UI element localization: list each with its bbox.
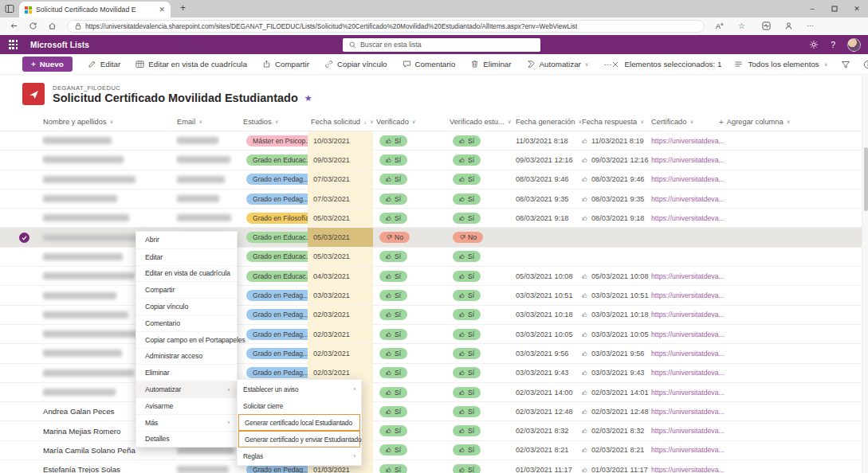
cell-certificado[interactable]: https://universitatdeva... [648, 344, 716, 362]
cell-verificado-estu[interactable]: Sí [446, 402, 513, 420]
context-menu-item[interactable]: Automatizar› [136, 381, 237, 397]
cell-fecha-respuesta[interactable]: 02/03/2021 14:01 [579, 383, 648, 401]
certificado-link[interactable]: https://universitatdeva... [651, 369, 725, 377]
cell-email[interactable] [174, 150, 240, 169]
cell-nombre[interactable] [40, 150, 174, 169]
view-selector[interactable]: Todos los elementos∨ [734, 60, 827, 68]
cell-verificado-estu[interactable]: Sí [446, 325, 513, 343]
address-bar[interactable]: https://universitatdevalencia.sharepoint… [67, 20, 705, 33]
cell-fecha-generacion[interactable] [513, 228, 579, 246]
cell-certificado[interactable]: https://universitatdeva... [648, 170, 716, 189]
column-header[interactable]: Fecha generación∨ [513, 118, 579, 126]
context-menu-item[interactable]: Más› [136, 414, 237, 431]
toolbar-button[interactable]: Editar [88, 60, 121, 68]
cell-verificado[interactable]: Sí [373, 344, 446, 362]
cell-fecha-respuesta[interactable]: 08/03/2021 9:18 [579, 209, 648, 227]
cell-certificado[interactable]: https://universitatdeva... [648, 131, 716, 150]
table-row[interactable]: Marina Mejias RomeroSíSí02/03/2021 8:320… [0, 421, 868, 440]
cell-estudios[interactable]: Grado en Pedag... [240, 190, 308, 208]
cell-certificado[interactable]: https://universitatdeva... [648, 306, 716, 324]
cell-verificado-estu[interactable]: Sí [446, 421, 513, 440]
row-select-cell[interactable] [0, 383, 40, 401]
toolbar-button[interactable]: Compartir [262, 60, 309, 68]
column-header[interactable]: Fecha respuesta∨ [579, 118, 648, 126]
cell-verificado[interactable]: Sí [373, 364, 446, 382]
toolbar-button[interactable]: Eliminar [470, 60, 511, 68]
context-menu-item[interactable]: Abrir [136, 232, 237, 248]
cell-fecha-solicitud[interactable]: 05/03/2021 [308, 228, 373, 246]
cell-verificado[interactable]: Sí [373, 267, 446, 285]
cell-certificado[interactable] [648, 228, 716, 246]
cell-nombre[interactable] [40, 131, 174, 150]
cell-verificado-estu[interactable]: Sí [446, 267, 513, 285]
column-header[interactable]: Certificado∨ [648, 118, 716, 126]
new-tab-button[interactable]: + [180, 2, 186, 14]
cell-estudios[interactable]: Grado en Pedag... [240, 306, 308, 324]
cell-fecha-solicitud[interactable]: 02/03/2021 [308, 344, 373, 362]
cell-email[interactable] [174, 131, 240, 150]
cell-verificado-estu[interactable]: Sí [446, 248, 513, 266]
cell-certificado[interactable]: https://universitatdeva... [648, 286, 716, 304]
cell-verificado[interactable]: No [373, 228, 446, 246]
cell-verificado[interactable]: Sí [373, 460, 446, 473]
cell-verificado-estu[interactable]: Sí [446, 131, 513, 150]
cell-estudios[interactable]: Grado en Pedag... [240, 325, 308, 343]
cell-fecha-generacion[interactable]: 03/03/2021 10:51 [513, 286, 579, 304]
browser-essentials-icon[interactable] [762, 22, 771, 30]
waffle-icon[interactable] [9, 40, 18, 49]
row-select-cell[interactable] [0, 248, 40, 266]
cell-nombre[interactable]: Estefanía Trejos Solas [40, 460, 174, 473]
cell-verificado-estu[interactable]: Sí [446, 306, 513, 324]
cell-fecha-respuesta[interactable]: 03/03/2021 9:56 [579, 344, 648, 362]
cell-verificado[interactable]: Sí [373, 306, 446, 324]
cell-fecha-respuesta[interactable]: 02/03/2021 8:21 [579, 441, 648, 459]
row-select-cell[interactable] [0, 209, 40, 227]
back-icon[interactable] [10, 22, 18, 30]
certificado-link[interactable]: https://universitatdeva... [651, 389, 725, 397]
context-menu-item[interactable]: Detalles [136, 431, 237, 448]
cell-certificado[interactable]: https://universitatdeva... [648, 402, 716, 420]
cell-estudios[interactable]: Grado en Educac... [240, 228, 308, 246]
column-header[interactable]: Nombre y apellidos∨ [40, 118, 174, 126]
context-menu-item[interactable]: Comentario [136, 315, 237, 331]
cell-nombre[interactable] [40, 190, 174, 208]
cell-fecha-respuesta[interactable]: 01/03/2021 11:17 [579, 460, 648, 473]
cell-estudios[interactable]: Grado en Filosofía [240, 209, 308, 227]
submenu-item[interactable]: Reglas› [238, 448, 361, 464]
favorites-star-icon[interactable]: ☆ [738, 22, 745, 30]
cell-nombre[interactable] [40, 170, 174, 189]
table-row[interactable]: Grado en Educac...05/03/2021SíSí [0, 248, 868, 267]
cell-fecha-respuesta[interactable]: 03/03/2021 10:51 [579, 286, 648, 304]
tab-actions-icon[interactable] [5, 4, 14, 14]
column-header[interactable]: Verificado estu...∨ [446, 118, 513, 126]
certificado-link[interactable]: https://universitatdeva... [651, 291, 725, 299]
certificado-link[interactable]: https://universitatdeva... [651, 214, 725, 222]
cell-verificado[interactable]: Sí [373, 383, 446, 401]
row-select-cell[interactable] [0, 460, 40, 473]
cell-verificado[interactable]: Sí [373, 402, 446, 420]
row-selected-check-icon[interactable] [19, 233, 29, 243]
cell-fecha-respuesta[interactable]: 02/03/2021 8:32 [579, 421, 648, 440]
cell-verificado-estu[interactable]: No [446, 228, 513, 246]
row-select-cell[interactable] [0, 131, 40, 150]
row-select-cell[interactable] [0, 286, 40, 304]
cell-verificado-estu[interactable]: Sí [446, 344, 513, 362]
table-row[interactable]: Grado en Educac...04/03/2021SíSí05/03/20… [0, 267, 868, 286]
refresh-icon[interactable] [29, 22, 37, 30]
cell-verificado[interactable]: Sí [373, 190, 446, 208]
cell-fecha-respuesta[interactable]: 03/03/2021 9:43 [579, 364, 648, 382]
cell-fecha-solicitud[interactable]: 02/03/2021 [308, 306, 373, 324]
certificado-link[interactable]: https://universitatdeva... [651, 350, 725, 358]
cell-verificado-estu[interactable]: Sí [446, 150, 513, 169]
cell-fecha-generacion[interactable]: 03/03/2021 10:05 [513, 325, 579, 343]
search-input[interactable]: Buscar en esta lista [343, 38, 540, 52]
cell-verificado-estu[interactable]: Sí [446, 364, 513, 382]
cell-certificado[interactable]: https://universitatdeva... [648, 441, 716, 459]
cell-fecha-solicitud[interactable]: 09/03/2021 [308, 150, 373, 169]
cell-email[interactable] [174, 209, 240, 227]
cell-fecha-generacion[interactable]: 02/03/2021 14:00 [513, 383, 579, 401]
cell-verificado-estu[interactable]: Sí [446, 190, 513, 208]
cell-fecha-solicitud[interactable]: 07/03/2021 [308, 190, 373, 208]
submenu-item[interactable]: Generar certificado local Estudiantado [238, 414, 360, 431]
cell-fecha-respuesta[interactable]: 03/03/2021 10:18 [579, 306, 648, 324]
